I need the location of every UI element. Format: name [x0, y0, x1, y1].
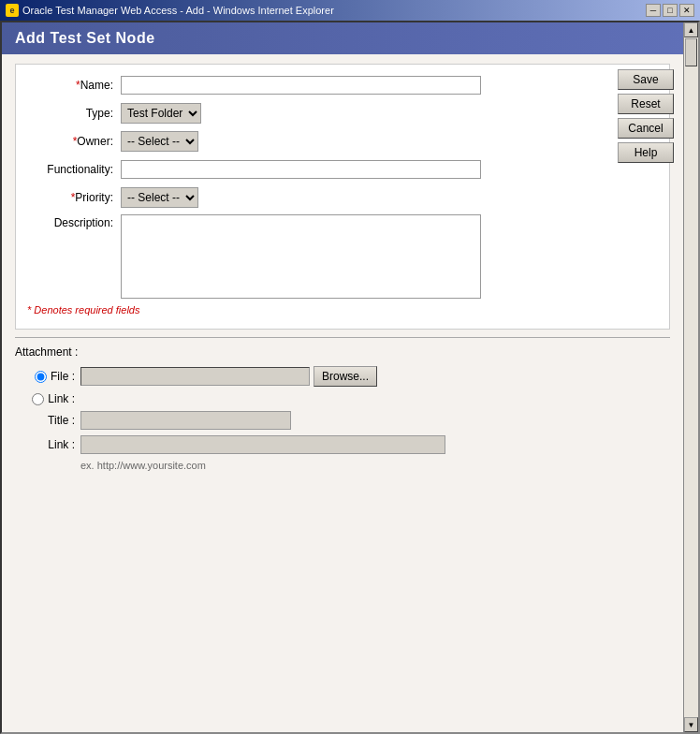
file-radio[interactable]: [35, 371, 47, 383]
priority-select[interactable]: -- Select -- High Medium Low: [121, 187, 198, 208]
owner-label: Owner:: [27, 135, 121, 148]
titlebar-buttons: ─ □ ✕: [646, 4, 694, 17]
window-icon: e: [6, 4, 19, 17]
window-frame: ▲ ▼ Add Test Set Node Save Reset Cancel …: [0, 21, 700, 734]
save-button[interactable]: Save: [618, 69, 674, 90]
help-button[interactable]: Help: [618, 142, 674, 163]
title-input[interactable]: [80, 411, 291, 430]
functionality-input[interactable]: [121, 160, 481, 179]
window-title: Oracle Test Manager Web Access - Add - W…: [22, 5, 334, 16]
title-field-label: Title :: [15, 414, 80, 427]
name-row: Name:: [27, 74, 658, 96]
description-row: Description:: [27, 214, 658, 299]
type-row: Type: Test Folder Test Set: [27, 102, 658, 125]
example-text: ex. http://www.yoursite.com: [80, 460, 670, 471]
owner-row: Owner: -- Select --: [27, 130, 658, 153]
link-radio-label: Link :: [15, 392, 80, 405]
scrollbar[interactable]: ▲ ▼: [683, 22, 698, 732]
link-label: Link :: [48, 392, 75, 405]
file-radio-label: File :: [15, 370, 80, 383]
name-input[interactable]: [121, 76, 481, 95]
close-button[interactable]: ✕: [679, 4, 694, 17]
reset-button[interactable]: Reset: [618, 94, 674, 114]
scroll-up-button[interactable]: ▲: [684, 22, 698, 37]
page-heading: Add Test Set Node: [2, 22, 698, 54]
link-radio[interactable]: [32, 393, 44, 405]
description-textarea[interactable]: [121, 214, 481, 299]
maximize-button[interactable]: □: [663, 4, 678, 17]
description-label: Description:: [27, 214, 121, 229]
type-select[interactable]: Test Folder Test Set: [121, 103, 201, 124]
action-buttons: Save Reset Cancel Help: [618, 69, 674, 163]
scroll-down-button[interactable]: ▼: [684, 717, 698, 732]
attachment-section: Attachment : File : Browse... Link : T: [15, 345, 670, 471]
file-input[interactable]: [80, 367, 310, 386]
functionality-row: Functionality:: [27, 158, 658, 181]
priority-label: Priority:: [27, 191, 121, 204]
required-note: * Denotes required fields: [27, 304, 658, 316]
file-label: File :: [51, 370, 75, 383]
title-row: Title :: [15, 411, 670, 430]
file-row: File : Browse...: [15, 366, 670, 387]
title-bar: e Oracle Test Manager Web Access - Add -…: [0, 0, 700, 21]
name-label: Name:: [27, 79, 121, 92]
minimize-button[interactable]: ─: [646, 4, 661, 17]
form-divider: [15, 337, 670, 338]
type-label: Type:: [27, 107, 121, 120]
cancel-button[interactable]: Cancel: [618, 118, 674, 139]
link-url-row: Link :: [15, 435, 670, 454]
url-field-label: Link :: [15, 438, 80, 451]
scroll-track[interactable]: [684, 37, 698, 717]
owner-select[interactable]: -- Select --: [121, 131, 198, 152]
scroll-thumb[interactable]: [685, 38, 697, 66]
browse-button[interactable]: Browse...: [314, 366, 377, 387]
form-section: Name: Type: Test Folder Test Set Owner: …: [15, 64, 670, 330]
attachment-title: Attachment :: [15, 345, 670, 359]
url-input[interactable]: [80, 435, 445, 454]
link-row: Link :: [15, 392, 670, 405]
priority-row: Priority: -- Select -- High Medium Low: [27, 186, 658, 209]
functionality-label: Functionality:: [27, 163, 121, 176]
content-area: Name: Type: Test Folder Test Set Owner: …: [2, 54, 683, 732]
